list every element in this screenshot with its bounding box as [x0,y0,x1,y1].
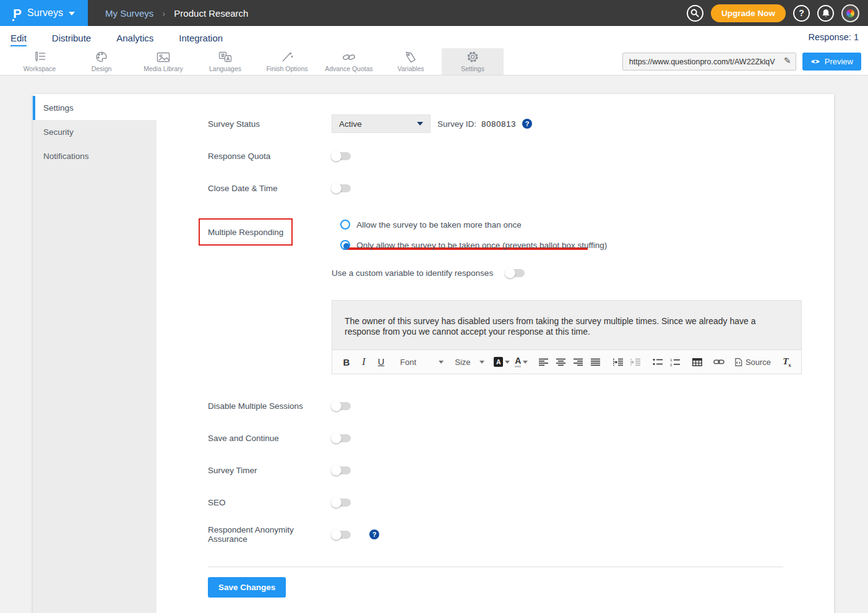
seo-toggle[interactable] [332,499,351,507]
survey-status-select[interactable]: Active [332,114,431,133]
settings-card: Settings Security Notifications Survey S… [33,94,834,613]
align-right-icon [574,358,583,366]
image-icon [157,52,170,62]
sidebar-item-settings[interactable]: Settings [33,96,157,120]
translate-icon [218,51,232,62]
background-color-icon: A [494,357,503,367]
top-header: P Surveys My Surveys › Product Research … [0,0,868,26]
settings-form: Survey Status Active Survey ID: 8080813 … [157,94,834,613]
tag-icon [405,51,417,62]
tab-integration[interactable]: Integration [178,29,224,46]
background-color-button[interactable]: A [492,353,512,371]
custom-variable-toggle[interactable] [505,269,525,277]
align-left-button[interactable] [536,353,552,371]
toolbar-item-languages[interactable]: Languages [194,48,256,75]
disabled-message-text: The owner of this survey has disabled us… [345,316,789,337]
notifications-button[interactable] [817,5,834,22]
toolbar-label: Advance Quotas [325,65,373,72]
chevron-down-icon [439,361,444,364]
radio-allow-multiple[interactable]: Allow the survey to be taken more than o… [340,220,607,229]
toolbar-item-advance-quotas[interactable]: Advance Quotas [318,48,380,75]
align-right-button[interactable] [570,353,587,371]
survey-id-help-icon[interactable]: ? [522,119,532,129]
indent-button[interactable] [610,353,626,371]
disabled-message-editor[interactable]: The owner of this survey has disabled us… [332,300,802,349]
response-quota-toggle[interactable] [332,152,351,160]
save-changes-button[interactable]: Save Changes [208,577,286,598]
toolbar-item-finish-options[interactable]: Finish Options [256,48,318,75]
save-and-continue-label: Save and Continue [208,434,332,443]
sidebar-item-label: Notifications [43,152,89,161]
multiple-responding-section: Multiple Responding Allow the survey to … [208,218,817,250]
custom-variable-label: Use a custom variable to identify respon… [332,268,493,278]
outdent-button[interactable] [627,353,643,371]
sidebar-item-notifications[interactable]: Notifications [33,144,157,168]
respondent-anonymity-toggle[interactable] [332,531,351,539]
align-center-icon [556,358,565,366]
tab-distribute-label: Distribute [52,33,91,43]
survey-url-input[interactable] [622,53,796,71]
response-count[interactable]: Response: 1 [809,32,859,42]
radio-label: Only allow the survey to be taken once (… [356,241,607,250]
survey-status-label: Survey Status [208,119,332,129]
toolbar-item-design[interactable]: Design [71,48,132,75]
size-dropdown-label: Size [455,358,470,367]
toolbar-label: Finish Options [266,65,307,72]
text-color-button[interactable]: A [513,353,530,371]
remove-format-button[interactable]: Tx [779,353,795,371]
disable-multiple-sessions-row: Disable Multiple Sessions [208,397,817,415]
breadcrumb-my-surveys[interactable]: My Surveys [105,8,153,19]
question-mark-icon: ? [799,8,804,18]
workspace-icon [33,51,46,62]
help-button[interactable]: ? [793,5,810,22]
link-button[interactable] [711,353,727,371]
edit-toolbar: Workspace Design Media Library Languages… [0,48,868,75]
numbered-list-button[interactable]: 12 [667,353,683,371]
tab-edit-label: Edit [11,33,27,46]
align-justify-button[interactable] [588,353,604,371]
bold-button[interactable]: B [338,353,355,371]
disable-multiple-sessions-toggle[interactable] [332,402,351,410]
sidebar-item-label: Security [43,127,74,137]
breadcrumb-separator-icon: › [162,8,165,19]
font-dropdown[interactable]: Font [395,353,449,371]
sidebar-item-security[interactable]: Security [33,120,157,144]
upgrade-now-button[interactable]: Upgrade Now [711,4,786,22]
response-quota-label: Response Quota [208,152,332,161]
save-and-continue-toggle[interactable] [332,434,351,442]
radio-only-once[interactable]: Only allow the survey to be taken once (… [340,240,607,250]
toolbar-item-workspace[interactable]: Workspace [9,48,71,75]
toolbar-item-media-library[interactable]: Media Library [132,48,194,75]
bulleted-list-button[interactable] [650,353,666,371]
survey-timer-toggle[interactable] [332,466,351,474]
product-switcher[interactable]: P Surveys [0,0,88,26]
seo-label: SEO [208,498,332,507]
toolbar-item-variables[interactable]: Variables [380,48,442,75]
tab-edit[interactable]: Edit [9,29,28,46]
survey-id: Survey ID: 8080813 [437,119,516,129]
source-button[interactable]: Source [733,353,773,371]
size-dropdown[interactable]: Size [450,353,486,371]
response-quota-row: Response Quota [208,147,817,165]
edit-url-pencil-icon[interactable]: ✎ [784,56,791,66]
tab-analytics[interactable]: Analytics [115,29,155,46]
user-avatar[interactable] [841,4,859,22]
preview-button[interactable]: Preview [802,53,861,71]
respondent-anonymity-help-icon[interactable]: ? [369,529,379,539]
align-center-button[interactable] [553,353,569,371]
seo-row: SEO [208,493,817,512]
bell-icon [822,9,830,18]
italic-button[interactable]: I [356,353,372,371]
rich-text-toolbar: B I U Font Size A A [332,349,802,374]
close-date-toggle[interactable] [332,184,351,192]
annotation-red-box: Multiple Responding [199,218,293,246]
search-button[interactable] [687,5,703,22]
numbered-list-icon: 12 [670,358,680,366]
underline-button[interactable]: U [373,353,389,371]
tab-distribute[interactable]: Distribute [51,29,92,46]
toolbar-item-settings[interactable]: Settings [442,48,504,75]
search-icon [690,9,699,17]
radio-label: Allow the survey to be taken more than o… [356,220,521,229]
align-justify-icon [591,358,600,366]
table-button[interactable] [689,353,705,371]
